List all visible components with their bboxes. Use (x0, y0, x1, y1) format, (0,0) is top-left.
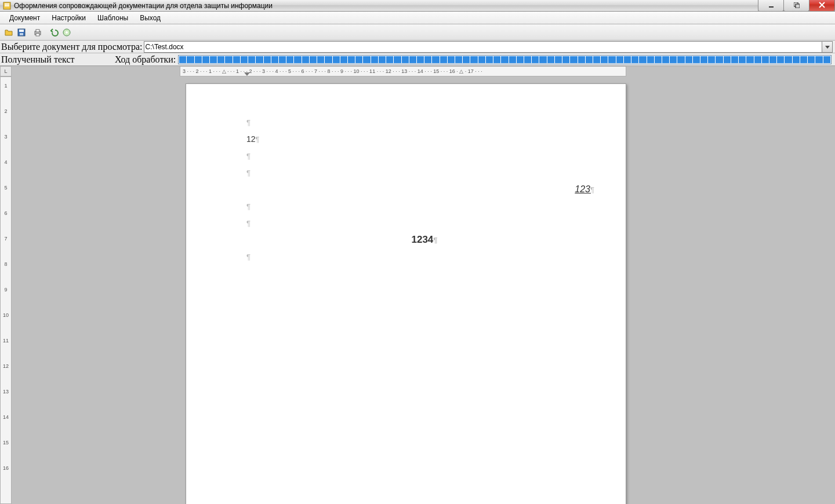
progress-segment (271, 56, 278, 63)
progress-segment (509, 56, 516, 63)
progress-segment (578, 56, 585, 63)
minimize-button[interactable] (758, 0, 784, 12)
progress-segment (662, 56, 669, 63)
progress-segment (233, 56, 240, 63)
svg-point-13 (66, 31, 68, 34)
progress-segment (539, 56, 546, 63)
progress-segment (417, 56, 424, 63)
progress-segment (639, 56, 646, 63)
progress-segment (225, 56, 232, 63)
progress-segment (754, 56, 761, 63)
v-ruler-tick: 6 (1, 210, 11, 216)
document-page[interactable]: ¶12¶¶¶123¶¶¶1234¶¶ (186, 83, 626, 504)
svg-rect-5 (796, 4, 800, 8)
progress-segment (363, 56, 370, 63)
maximize-button[interactable] (783, 0, 809, 12)
menu-bar: Документ Настройки Шаблоны Выход (0, 12, 835, 24)
document-line[interactable]: ¶ (246, 148, 602, 165)
progress-segment (448, 56, 455, 63)
ruler-corner: L (0, 66, 12, 76)
progress-segment (731, 56, 738, 63)
document-line[interactable]: ¶ (246, 165, 602, 181)
progress-segment (655, 56, 662, 63)
v-ruler-tick: 11 (1, 338, 11, 344)
horizontal-ruler[interactable]: 3 · · · 2 · · · 1 · · · △ · · · 1 · · · … (180, 66, 626, 76)
progress-segment (708, 56, 715, 63)
v-ruler-tick: 5 (1, 185, 11, 191)
undo-icon[interactable] (48, 26, 60, 39)
help-icon[interactable] (60, 26, 73, 39)
v-ruler-tick: 15 (1, 440, 11, 445)
progress-segment (570, 56, 577, 63)
document-line[interactable]: 1234¶ (246, 232, 602, 249)
progress-segment (593, 56, 600, 63)
doc-selector-label: Выберите документ для просмотра: (0, 42, 144, 52)
open-icon[interactable] (2, 26, 15, 39)
v-ruler-tick: 9 (1, 287, 11, 293)
progress-segment (424, 56, 431, 63)
progress-segment (693, 56, 700, 63)
progress-segment (616, 56, 623, 63)
close-button[interactable] (809, 0, 835, 12)
toolbar (0, 24, 835, 41)
progress-segment (685, 56, 692, 63)
menu-document[interactable]: Документ (3, 13, 46, 23)
menu-exit[interactable]: Выход (134, 13, 166, 23)
document-line[interactable]: ¶ (246, 215, 602, 232)
progress-segment (310, 56, 317, 63)
progress-segment (532, 56, 539, 63)
window-title: Оформления сопровождающей документации д… (14, 2, 273, 10)
document-content[interactable]: ¶12¶¶¶123¶¶¶1234¶¶ (246, 114, 602, 265)
progress-segment (670, 56, 677, 63)
progress-segment (677, 56, 684, 63)
progress-segment (302, 56, 309, 63)
vertical-ruler[interactable]: 12345678910111213141516 (0, 76, 12, 504)
progress-segment (555, 56, 562, 63)
document-line[interactable]: ¶ (246, 249, 602, 265)
progress-segment (217, 56, 224, 63)
doc-selector-dropdown[interactable]: C:\Test.docx (144, 41, 833, 53)
progress-segment (340, 56, 347, 63)
print-icon[interactable] (31, 26, 44, 39)
progress-segment (486, 56, 493, 63)
progress-segment (562, 56, 569, 63)
v-ruler-tick: 1 (1, 83, 11, 89)
progress-segment (746, 56, 753, 63)
menu-templates[interactable]: Шаблоны (92, 13, 134, 23)
progress-segment (785, 56, 792, 63)
progress-segment (195, 56, 202, 63)
v-ruler-tick: 14 (1, 414, 11, 420)
svg-rect-3 (769, 6, 774, 8)
svg-rect-8 (20, 33, 23, 35)
progress-segment (631, 56, 638, 63)
progress-segment (777, 56, 784, 63)
progress-segment (470, 56, 477, 63)
progress-segment (586, 56, 593, 63)
progress-segment (608, 56, 615, 63)
progress-segment (432, 56, 439, 63)
progress-segment (248, 56, 255, 63)
dropdown-icon[interactable] (822, 42, 832, 52)
document-line[interactable]: ¶ (246, 114, 602, 131)
received-text-label: Полученный текст (0, 54, 114, 65)
progress-segment (179, 56, 186, 63)
indent-marker-icon[interactable] (244, 72, 250, 76)
progress-segment (793, 56, 800, 63)
menu-settings[interactable]: Настройки (46, 13, 92, 23)
progress-bar (178, 55, 832, 64)
document-line[interactable]: 12¶ (246, 131, 602, 148)
progress-segment (402, 56, 409, 63)
v-ruler-tick: 10 (1, 312, 11, 318)
progress-segment (517, 56, 524, 63)
workspace: L 3 · · · 2 · · · 1 · · · △ · · · 1 · · … (0, 66, 835, 504)
progress-segment (724, 56, 731, 63)
svg-rect-7 (19, 30, 24, 32)
save-icon[interactable] (15, 26, 28, 39)
document-line[interactable]: ¶ (246, 198, 602, 215)
title-bar: Оформления сопровождающей документации д… (0, 0, 835, 12)
progress-segment (455, 56, 462, 63)
progress-segment (716, 56, 723, 63)
progress-segment (279, 56, 286, 63)
progress-segment (769, 56, 776, 63)
document-line[interactable]: 123¶ (246, 181, 602, 198)
